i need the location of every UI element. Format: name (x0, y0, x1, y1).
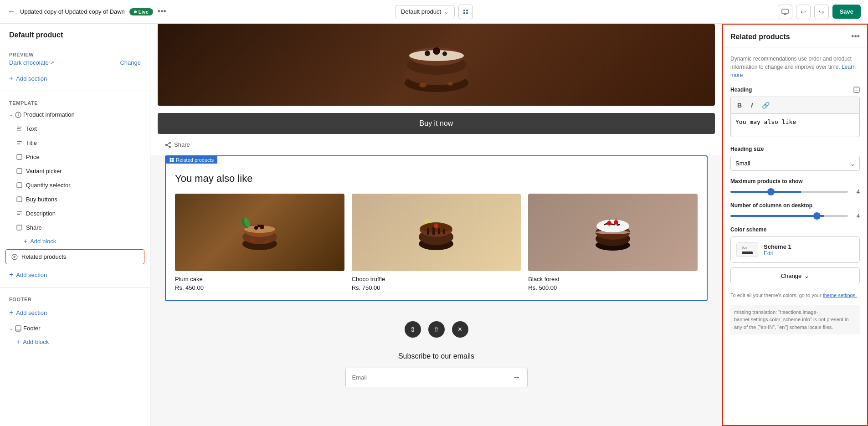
product-info-icon (15, 112, 21, 118)
scheme-info: Scheme 1 Edit (764, 243, 854, 257)
sidebar-item-price[interactable]: Price (0, 150, 150, 164)
sidebar-item-quantity-selector[interactable]: Quantity selector (0, 178, 150, 192)
add-block-btn[interactable]: + Add block (0, 235, 150, 247)
product-img-0 (175, 194, 344, 271)
move-up-btn[interactable]: ⇕ (405, 321, 421, 338)
sidebar-item-text[interactable]: Text (0, 122, 150, 136)
svg-rect-13 (17, 154, 22, 159)
back-icon[interactable]: ← (7, 7, 15, 16)
sidebar-item-buy-buttons[interactable]: Buy buttons (0, 192, 150, 206)
share-icon-canvas (165, 142, 171, 148)
variant-picker-label: Variant picker (26, 168, 62, 175)
svg-rect-8 (17, 127, 22, 128)
chevron-down-icon: ⌄ (9, 112, 13, 118)
add-section-top-label: Add section (16, 75, 47, 82)
product-card-0[interactable]: Plum cake Rs. 450.00 (175, 194, 344, 291)
email-submit-btn[interactable]: → (506, 368, 527, 387)
product-top-section: Buy it now Share (150, 24, 722, 155)
email-input-row: → (345, 368, 528, 387)
svg-rect-14 (17, 169, 22, 174)
email-input[interactable] (346, 368, 506, 387)
svg-rect-18 (17, 213, 22, 213)
max-products-section: Maximum products to show 4 (730, 178, 860, 195)
right-panel-dots[interactable]: ••• (851, 32, 860, 41)
product-card-2[interactable]: Black forest Rs. 500.00 (528, 194, 698, 291)
add-section-footer-btn[interactable]: + Add section (0, 304, 150, 321)
share-label-canvas: Share (174, 141, 190, 148)
sidebar-item-title[interactable]: Title (0, 136, 150, 150)
svg-rect-11 (17, 141, 22, 142)
svg-rect-9 (17, 128, 21, 129)
bold-btn[interactable]: B (734, 101, 745, 110)
quantity-selector-label: Quantity selector (26, 182, 71, 189)
live-badge: Live (129, 8, 153, 15)
remove-section-btn[interactable]: × (452, 321, 468, 338)
save-button[interactable]: Save (832, 5, 861, 19)
sidebar-item-product-info[interactable]: ⌄ Product information (0, 108, 150, 122)
product-img-1 (352, 194, 521, 271)
svg-point-64 (434, 224, 438, 228)
buy-buttons-icon (16, 196, 22, 202)
preview-label: PREVIEW (9, 52, 141, 57)
product-name-1: Choco truffle (352, 276, 521, 282)
svg-rect-1 (466, 10, 468, 11)
sidebar-item-description[interactable]: Description (0, 206, 150, 221)
missing-translation-text: missing translation: "t:sections.image-b… (730, 305, 860, 335)
max-products-slider[interactable] (730, 191, 848, 193)
svg-point-74 (607, 221, 611, 226)
desktop-icon-btn[interactable] (778, 5, 792, 19)
theme-settings-link[interactable]: theme settings. (823, 293, 857, 298)
related-products-label: Related products (21, 253, 66, 260)
related-content: You may also like (166, 164, 707, 300)
footer-item-label: Footer (23, 325, 41, 332)
link-btn[interactable]: 🔗 (759, 101, 772, 110)
add-section-bottom-btn[interactable]: + Add section (0, 266, 150, 283)
bottom-toolbar: ⇕ ⇧ × (150, 316, 722, 343)
scheme-preview: Aa (736, 242, 758, 257)
undo-btn[interactable]: ↩ (796, 5, 811, 19)
plus-icon: + (9, 74, 13, 82)
chevron-down-icon: ⌄ (444, 8, 449, 15)
preview-change-btn[interactable]: Change (120, 59, 141, 66)
italic-btn[interactable]: I (748, 101, 755, 110)
sidebar-item-variant-picker[interactable]: Variant picker (0, 164, 150, 178)
change-scheme-btn[interactable]: Change ⌄ (730, 267, 860, 284)
add-section-top-btn[interactable]: + Add section (0, 70, 150, 87)
sidebar-item-footer[interactable]: ⌄ Footer (0, 321, 150, 335)
product-info-label: Product information (23, 111, 75, 118)
add-section-footer-label: Add section (16, 309, 47, 316)
columns-slider[interactable] (730, 215, 848, 217)
svg-point-70 (596, 220, 629, 232)
svg-rect-0 (463, 10, 465, 11)
topbar-dots[interactable]: ••• (158, 7, 166, 16)
redo-btn[interactable]: ↪ (814, 5, 829, 19)
heading-text-input[interactable]: You may also like (730, 113, 860, 137)
subscribe-heading: Subscribe to our emails (159, 352, 713, 360)
customize-icon-btn[interactable] (458, 5, 473, 19)
canvas-inner: Buy it now Share Related products (150, 24, 722, 426)
svg-point-33 (442, 51, 447, 56)
description-icon (16, 210, 22, 216)
choco-truffle-svg (413, 210, 459, 255)
cake-svg (391, 33, 482, 97)
topbar-right: ↩ ↪ Save (478, 5, 861, 19)
svg-rect-62 (438, 228, 440, 234)
related-bar: Related products (166, 156, 217, 164)
product-name-2: Black forest (528, 276, 698, 282)
product-card-1[interactable]: Choco truffle Rs. 750.00 (352, 194, 521, 291)
product-select[interactable]: Default product ⌄ (395, 5, 455, 18)
move-section-btn[interactable]: ⇧ (428, 321, 445, 338)
heading-size-select[interactable]: Small Medium Large Extra large (730, 156, 860, 171)
cake-hero-img (158, 24, 715, 106)
monitor-icon (781, 8, 789, 15)
add-block-footer-btn[interactable]: + Add block (0, 335, 150, 348)
svg-rect-12 (17, 144, 20, 144)
scheme-card[interactable]: Aa Scheme 1 Edit (730, 236, 860, 263)
add-block-label: Add block (30, 238, 56, 245)
sidebar-item-related-products[interactable]: Related products (6, 250, 144, 264)
scheme-edit-link[interactable]: Edit (764, 250, 854, 257)
warning-text: To edit all your theme's colors, go to y… (730, 292, 860, 299)
share-btn[interactable]: Share (158, 138, 197, 152)
buy-now-btn[interactable]: Buy it now (158, 113, 715, 134)
sidebar-item-share[interactable]: Share (0, 221, 150, 235)
